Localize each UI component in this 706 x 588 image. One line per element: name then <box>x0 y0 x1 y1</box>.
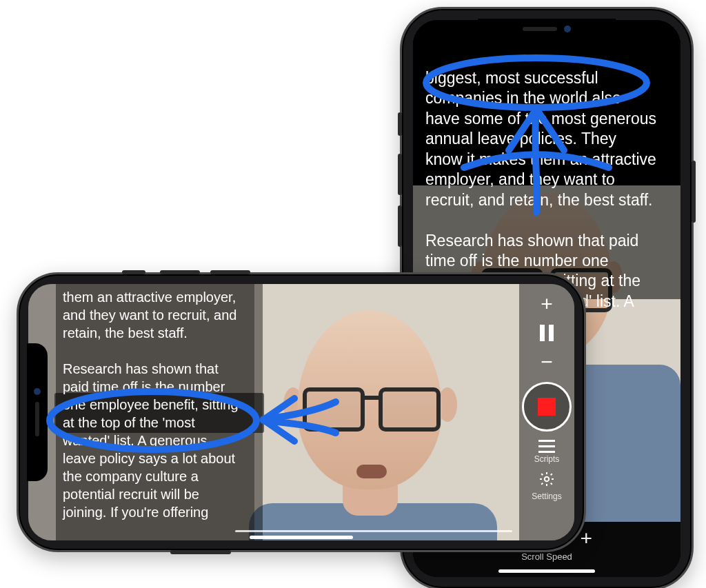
script-line: biggest, most successful <box>425 69 598 87</box>
teleprompter-script[interactable]: biggest, most successful companies in th… <box>413 41 680 299</box>
svg-point-1 <box>545 477 549 481</box>
side-button <box>122 270 145 274</box>
playback-progress[interactable] <box>235 530 512 532</box>
home-indicator[interactable] <box>498 569 595 573</box>
phone-landscape-screen: them an attractive employer, and they wa… <box>28 284 574 540</box>
power-button <box>170 550 231 554</box>
scroll-speed-increase-button[interactable]: + <box>519 290 574 318</box>
pause-button[interactable] <box>519 318 574 347</box>
script-line: retain, the best staff. <box>63 325 188 341</box>
volume-up-button <box>398 154 402 195</box>
side-button <box>398 112 402 136</box>
script-line: paid time off is the number <box>63 379 225 394</box>
script-line: time off is the number one <box>425 252 609 270</box>
scroll-speed-label: Scroll Speed <box>521 551 572 562</box>
script-line: Research has shown that <box>63 361 219 376</box>
script-line: the company culture a <box>63 469 199 484</box>
script-line: Research has shown that paid <box>425 232 638 250</box>
volume-up-button <box>160 270 200 274</box>
volume-down-button <box>398 205 402 247</box>
scripts-label: Scripts <box>534 454 560 464</box>
power-button <box>692 161 696 223</box>
home-indicator[interactable] <box>250 536 353 539</box>
script-line: one employee benefit, sitting <box>63 397 239 412</box>
scroll-speed-decrease-button[interactable]: − <box>519 347 574 376</box>
phone-notch <box>478 19 616 39</box>
script-line: companies in the world also <box>425 89 621 107</box>
script-line: have some of the most generous <box>425 110 656 128</box>
side-toolbar: + − Scripts Settings <box>519 284 574 540</box>
script-line: potential recruit will be <box>63 487 199 502</box>
script-line: leave policy says a lot about <box>63 451 235 466</box>
script-line: at the top of the 'most <box>63 415 195 430</box>
record-stop-button[interactable] <box>522 382 572 432</box>
stop-icon <box>538 398 556 416</box>
script-line: joining. If you're offering <box>63 505 208 520</box>
scroll-speed-increase-button[interactable]: + <box>581 527 593 550</box>
gear-icon <box>538 471 555 487</box>
script-line: wanted' list. A generous <box>63 433 208 448</box>
settings-button[interactable] <box>538 471 555 490</box>
script-line: recruit, and retain, the best staff. <box>425 191 652 209</box>
script-line: employer, and they want to <box>425 170 615 188</box>
script-line: them an attractive employer, <box>63 290 236 305</box>
script-line: and they want to recruit, and <box>63 307 236 323</box>
script-line: annual leave policies. They <box>425 130 616 148</box>
settings-label: Settings <box>532 491 561 501</box>
glasses-icon <box>303 387 441 427</box>
script-line: know it makes them an attractive <box>425 150 656 168</box>
volume-down-button <box>210 270 250 274</box>
phone-landscape-frame: them an attractive employer, and they wa… <box>17 272 586 552</box>
scripts-menu-icon[interactable] <box>538 440 555 453</box>
phone-notch <box>27 343 48 481</box>
teleprompter-script[interactable]: them an attractive employer, and they wa… <box>56 284 263 540</box>
